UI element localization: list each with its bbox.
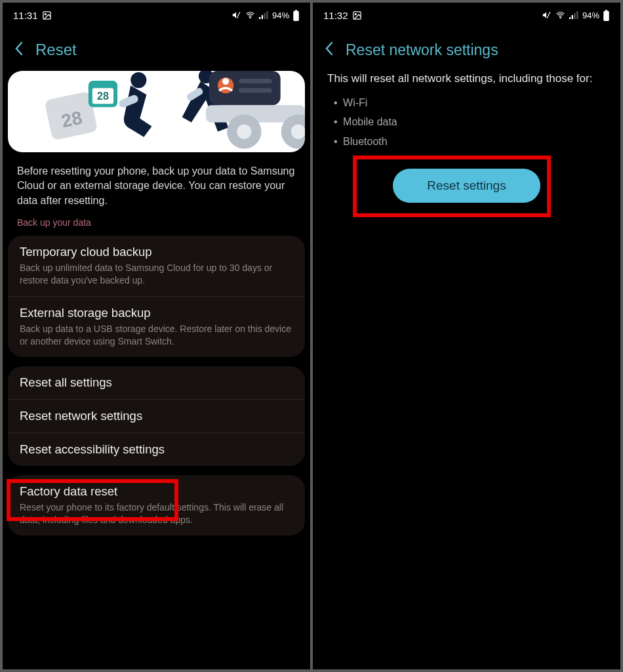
svg-text:28: 28	[97, 90, 109, 102]
svg-rect-8	[295, 10, 297, 11]
status-time: 11:31	[13, 10, 38, 21]
item-title: Factory data reset	[20, 484, 293, 499]
item-reset-all-settings[interactable]: Reset all settings	[8, 366, 305, 399]
bullet-mobile-data: Mobile data	[334, 112, 599, 132]
page-header: Reset network settings	[313, 28, 620, 71]
item-title: External storage backup	[20, 306, 293, 320]
bullet-list: Wi-Fi Mobile data Bluetooth	[313, 91, 620, 163]
section-backup-label: Back up your data	[3, 217, 310, 236]
svg-point-30	[355, 13, 356, 14]
svg-point-21	[222, 78, 229, 85]
screenshot-reset-network: 11:32 94% Reset network settings	[313, 3, 620, 669]
page-title: Reset network settings	[346, 41, 498, 59]
screenshot-reset: 11:31 94% Reset	[3, 3, 310, 669]
svg-point-1	[45, 13, 46, 14]
reset-card: Reset all settings Reset network setting…	[8, 366, 305, 466]
mute-icon	[541, 10, 552, 20]
battery-icon	[292, 10, 300, 21]
item-subtitle: Reset your phone to its factory default …	[20, 501, 293, 526]
svg-rect-37	[605, 10, 607, 11]
status-time: 11:32	[323, 10, 348, 21]
signal-icon	[259, 10, 269, 20]
svg-rect-38	[603, 10, 609, 20]
svg-rect-22	[239, 79, 271, 83]
svg-rect-5	[262, 15, 263, 19]
item-temp-cloud-backup[interactable]: Temporary cloud backup Back up unlimited…	[8, 236, 305, 296]
page-header: Reset	[3, 28, 310, 71]
back-icon[interactable]	[325, 41, 334, 59]
svg-rect-34	[572, 15, 573, 19]
screenshot-saved-icon	[42, 10, 52, 20]
status-bar: 11:32 94%	[313, 3, 620, 28]
page-title: Reset	[35, 41, 77, 59]
svg-rect-6	[264, 13, 265, 19]
svg-rect-9	[293, 10, 299, 20]
svg-rect-36	[576, 11, 578, 19]
mute-icon	[231, 10, 241, 20]
battery-percent: 94%	[272, 10, 289, 20]
item-title: Reset all settings	[20, 375, 293, 390]
svg-point-32	[560, 17, 561, 18]
item-title: Temporary cloud backup	[20, 245, 293, 259]
svg-rect-23	[239, 88, 271, 93]
item-subtitle: Back up data to a USB storage device. Re…	[20, 323, 293, 348]
svg-text:28: 28	[60, 107, 84, 132]
item-title: Reset network settings	[20, 409, 293, 423]
back-icon[interactable]	[14, 41, 24, 59]
screenshot-saved-icon	[352, 10, 362, 20]
signal-icon	[569, 10, 579, 20]
wifi-icon	[245, 10, 256, 20]
item-reset-accessibility-settings[interactable]: Reset accessibility settings	[8, 432, 305, 466]
battery-icon	[603, 10, 610, 21]
svg-line-31	[547, 12, 550, 18]
status-bar: 11:31 94%	[3, 3, 310, 28]
bullet-bluetooth: Bluetooth	[334, 132, 599, 152]
svg-point-26	[237, 125, 251, 139]
svg-rect-35	[574, 13, 575, 19]
svg-rect-33	[569, 17, 571, 19]
item-factory-data-reset[interactable]: Factory data reset Reset your phone to i…	[8, 475, 305, 536]
svg-point-15	[131, 72, 146, 88]
reset-settings-button[interactable]: Reset settings	[393, 169, 540, 203]
battery-percent: 94%	[582, 10, 599, 20]
item-reset-network-settings[interactable]: Reset network settings	[8, 399, 305, 432]
bullet-wifi: Wi-Fi	[334, 93, 599, 113]
factory-reset-card: Factory data reset Reset your phone to i…	[8, 475, 305, 536]
svg-point-3	[250, 17, 251, 18]
svg-rect-7	[266, 11, 268, 19]
intro-text: Before resetting your phone, back up you…	[3, 164, 310, 217]
svg-line-2	[237, 12, 240, 18]
item-external-storage-backup[interactable]: External storage backup Back up data to …	[8, 296, 305, 357]
svg-rect-4	[259, 17, 260, 19]
wifi-icon	[555, 10, 566, 20]
item-title: Reset accessibility settings	[20, 442, 293, 457]
backup-card: Temporary cloud backup Back up unlimited…	[8, 236, 305, 357]
hero-illustration: 28 28	[8, 71, 305, 152]
description-text: This will reset all network settings, in…	[313, 71, 620, 91]
svg-point-28	[291, 125, 305, 139]
item-subtitle: Back up unlimited data to Samsung Cloud …	[20, 262, 293, 287]
